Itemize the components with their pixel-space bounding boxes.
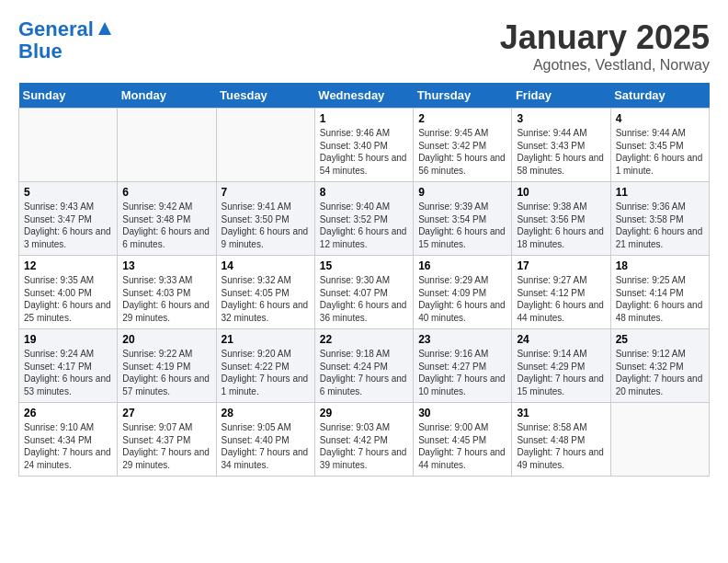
day-number: 10 — [517, 186, 605, 199]
calendar-cell: 30Sunrise: 9:00 AM Sunset: 4:45 PM Dayli… — [414, 403, 512, 477]
calendar-cell: 27Sunrise: 9:07 AM Sunset: 4:37 PM Dayli… — [118, 403, 216, 477]
day-info: Sunrise: 9:32 AM Sunset: 4:05 PM Dayligh… — [222, 274, 310, 324]
page-header: General Blue January 2025 Agotnes, Vestl… — [18, 18, 710, 74]
calendar-cell — [19, 109, 118, 182]
day-number: 1 — [320, 112, 408, 125]
day-number: 24 — [517, 333, 605, 346]
calendar-cell: 9Sunrise: 9:39 AM Sunset: 3:54 PM Daylig… — [414, 182, 512, 256]
day-number: 15 — [320, 259, 408, 272]
day-info: Sunrise: 9:44 AM Sunset: 3:45 PM Dayligh… — [616, 127, 704, 177]
day-info: Sunrise: 9:29 AM Sunset: 4:09 PM Dayligh… — [418, 274, 506, 324]
day-number: 21 — [222, 333, 310, 346]
day-info: Sunrise: 9:46 AM Sunset: 3:40 PM Dayligh… — [320, 127, 408, 177]
svg-marker-0 — [98, 22, 111, 35]
calendar-cell: 4Sunrise: 9:44 AM Sunset: 3:45 PM Daylig… — [610, 109, 709, 182]
day-number: 5 — [24, 186, 112, 199]
calendar-cell: 24Sunrise: 9:14 AM Sunset: 4:29 PM Dayli… — [512, 329, 610, 403]
day-number: 22 — [320, 333, 408, 346]
day-info: Sunrise: 9:33 AM Sunset: 4:03 PM Dayligh… — [122, 274, 210, 324]
day-number: 9 — [418, 186, 506, 199]
day-info: Sunrise: 9:40 AM Sunset: 3:52 PM Dayligh… — [320, 201, 408, 250]
calendar-cell: 17Sunrise: 9:27 AM Sunset: 4:12 PM Dayli… — [512, 256, 610, 329]
day-number: 28 — [222, 407, 310, 419]
calendar-cell: 19Sunrise: 9:24 AM Sunset: 4:17 PM Dayli… — [19, 329, 118, 403]
day-number: 29 — [320, 407, 408, 419]
weekday-header-tuesday: Tuesday — [216, 83, 314, 109]
day-info: Sunrise: 8:58 AM Sunset: 4:48 PM Dayligh… — [517, 421, 605, 471]
calendar-header: SundayMondayTuesdayWednesdayThursdayFrid… — [19, 83, 710, 109]
day-info: Sunrise: 9:43 AM Sunset: 3:47 PM Dayligh… — [24, 201, 112, 250]
weekday-header-friday: Friday — [512, 83, 610, 109]
calendar-title: January 2025 — [500, 18, 710, 57]
calendar-week-row: 5Sunrise: 9:43 AM Sunset: 3:47 PM Daylig… — [19, 182, 710, 256]
day-info: Sunrise: 9:27 AM Sunset: 4:12 PM Dayligh… — [517, 274, 605, 324]
calendar-cell: 10Sunrise: 9:38 AM Sunset: 3:56 PM Dayli… — [512, 182, 610, 256]
day-info: Sunrise: 9:36 AM Sunset: 3:58 PM Dayligh… — [616, 201, 704, 250]
calendar-body: 1Sunrise: 9:46 AM Sunset: 3:40 PM Daylig… — [19, 109, 710, 477]
calendar-cell: 15Sunrise: 9:30 AM Sunset: 4:07 PM Dayli… — [314, 256, 413, 329]
logo-blue-text: Blue — [18, 40, 63, 63]
calendar-cell: 28Sunrise: 9:05 AM Sunset: 4:40 PM Dayli… — [216, 403, 314, 477]
calendar-cell — [216, 109, 314, 182]
calendar-cell: 12Sunrise: 9:35 AM Sunset: 4:00 PM Dayli… — [19, 256, 118, 329]
day-number: 7 — [222, 186, 310, 199]
day-number: 27 — [122, 407, 210, 419]
day-info: Sunrise: 9:42 AM Sunset: 3:48 PM Dayligh… — [122, 201, 210, 250]
calendar-subtitle: Agotnes, Vestland, Norway — [500, 57, 710, 74]
calendar-cell: 13Sunrise: 9:33 AM Sunset: 4:03 PM Dayli… — [118, 256, 216, 329]
day-number: 8 — [320, 186, 408, 199]
calendar-week-row: 26Sunrise: 9:10 AM Sunset: 4:34 PM Dayli… — [19, 403, 710, 477]
day-info: Sunrise: 9:16 AM Sunset: 4:27 PM Dayligh… — [418, 348, 506, 397]
day-number: 23 — [418, 333, 506, 346]
day-number: 12 — [24, 259, 112, 272]
calendar-cell: 31Sunrise: 8:58 AM Sunset: 4:48 PM Dayli… — [512, 403, 610, 477]
day-info: Sunrise: 9:38 AM Sunset: 3:56 PM Dayligh… — [517, 201, 605, 250]
calendar-cell: 26Sunrise: 9:10 AM Sunset: 4:34 PM Dayli… — [19, 403, 118, 477]
calendar-cell — [610, 403, 709, 477]
day-number: 20 — [122, 333, 210, 346]
day-info: Sunrise: 9:14 AM Sunset: 4:29 PM Dayligh… — [517, 348, 605, 397]
calendar-cell: 16Sunrise: 9:29 AM Sunset: 4:09 PM Dayli… — [414, 256, 512, 329]
weekday-header-monday: Monday — [118, 83, 216, 109]
day-info: Sunrise: 9:25 AM Sunset: 4:14 PM Dayligh… — [616, 274, 704, 324]
calendar-table: SundayMondayTuesdayWednesdayThursdayFrid… — [18, 83, 710, 477]
calendar-cell: 6Sunrise: 9:42 AM Sunset: 3:48 PM Daylig… — [118, 182, 216, 256]
calendar-cell: 23Sunrise: 9:16 AM Sunset: 4:27 PM Dayli… — [414, 329, 512, 403]
day-number: 31 — [517, 407, 605, 419]
day-number: 25 — [616, 333, 704, 346]
day-info: Sunrise: 9:05 AM Sunset: 4:40 PM Dayligh… — [222, 421, 310, 471]
day-info: Sunrise: 9:10 AM Sunset: 4:34 PM Dayligh… — [24, 421, 112, 471]
logo-text: General — [18, 18, 94, 40]
day-info: Sunrise: 9:45 AM Sunset: 3:42 PM Dayligh… — [418, 127, 506, 177]
calendar-cell: 18Sunrise: 9:25 AM Sunset: 4:14 PM Dayli… — [610, 256, 709, 329]
day-info: Sunrise: 9:20 AM Sunset: 4:22 PM Dayligh… — [222, 348, 310, 397]
day-info: Sunrise: 9:03 AM Sunset: 4:42 PM Dayligh… — [320, 421, 408, 471]
calendar-week-row: 1Sunrise: 9:46 AM Sunset: 3:40 PM Daylig… — [19, 109, 710, 182]
calendar-cell: 7Sunrise: 9:41 AM Sunset: 3:50 PM Daylig… — [216, 182, 314, 256]
day-number: 18 — [616, 259, 704, 272]
logo: General Blue — [18, 18, 113, 63]
day-number: 13 — [122, 259, 210, 272]
day-info: Sunrise: 9:30 AM Sunset: 4:07 PM Dayligh… — [320, 274, 408, 324]
weekday-header-thursday: Thursday — [414, 83, 512, 109]
calendar-cell: 22Sunrise: 9:18 AM Sunset: 4:24 PM Dayli… — [314, 329, 413, 403]
calendar-cell: 25Sunrise: 9:12 AM Sunset: 4:32 PM Dayli… — [610, 329, 709, 403]
day-number: 16 — [418, 259, 506, 272]
calendar-cell: 21Sunrise: 9:20 AM Sunset: 4:22 PM Dayli… — [216, 329, 314, 403]
day-info: Sunrise: 9:22 AM Sunset: 4:19 PM Dayligh… — [122, 348, 210, 397]
weekday-header-saturday: Saturday — [610, 83, 709, 109]
calendar-cell: 20Sunrise: 9:22 AM Sunset: 4:19 PM Dayli… — [118, 329, 216, 403]
day-number: 11 — [616, 186, 704, 199]
day-info: Sunrise: 9:41 AM Sunset: 3:50 PM Dayligh… — [222, 201, 310, 250]
calendar-week-row: 19Sunrise: 9:24 AM Sunset: 4:17 PM Dayli… — [19, 329, 710, 403]
calendar-cell: 1Sunrise: 9:46 AM Sunset: 3:40 PM Daylig… — [314, 109, 413, 182]
day-number: 30 — [418, 407, 506, 419]
day-info: Sunrise: 9:07 AM Sunset: 4:37 PM Dayligh… — [122, 421, 210, 471]
day-number: 3 — [517, 112, 605, 125]
calendar-cell: 5Sunrise: 9:43 AM Sunset: 3:47 PM Daylig… — [19, 182, 118, 256]
calendar-cell: 29Sunrise: 9:03 AM Sunset: 4:42 PM Dayli… — [314, 403, 413, 477]
calendar-cell: 11Sunrise: 9:36 AM Sunset: 3:58 PM Dayli… — [610, 182, 709, 256]
title-block: January 2025 Agotnes, Vestland, Norway — [500, 18, 710, 74]
day-info: Sunrise: 9:39 AM Sunset: 3:54 PM Dayligh… — [418, 201, 506, 250]
weekday-header-wednesday: Wednesday — [314, 83, 413, 109]
